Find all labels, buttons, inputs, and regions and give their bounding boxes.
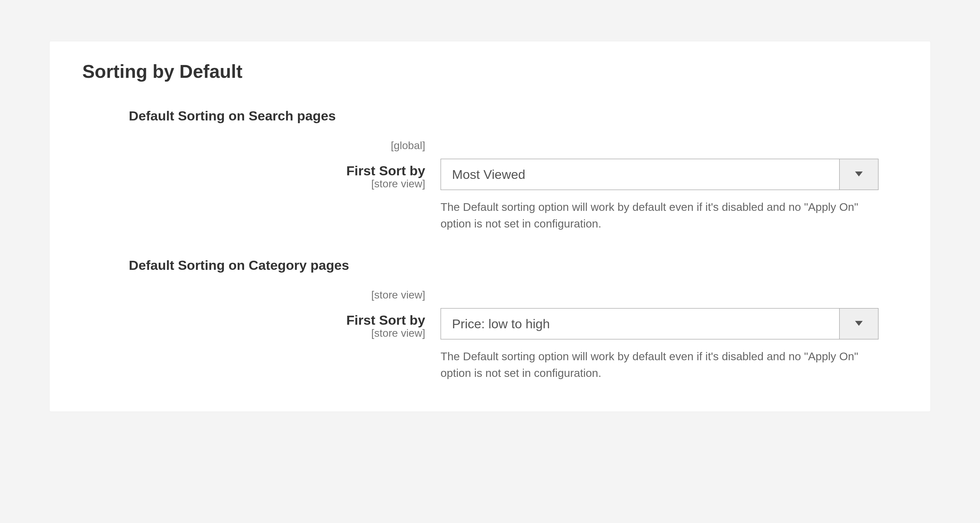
field-help-category-first-sort: The Default sorting option will work by … — [441, 348, 878, 381]
select-toggle-category-first-sort[interactable] — [839, 309, 878, 339]
select-value-search-first-sort: Most Viewed — [441, 159, 839, 190]
field-row-search-first-sort: First Sort by [store view] Most Viewed — [82, 158, 878, 232]
field-row-category-first-sort: First Sort by [store view] Price: low to… — [82, 308, 878, 381]
select-toggle-search-first-sort[interactable] — [839, 159, 878, 190]
group-heading-search: Default Sorting on Search pages — [82, 107, 878, 125]
group-gap — [82, 232, 878, 257]
group-scope-search: [global] — [82, 139, 425, 152]
field-control-col: Price: low to high The Default sorting o… — [441, 308, 878, 381]
chevron-down-icon — [855, 321, 863, 327]
svg-marker-1 — [855, 321, 863, 326]
group-search: Default Sorting on Search pages [global]… — [82, 107, 878, 232]
field-control-col: Most Viewed The Default sorting option w… — [441, 158, 878, 232]
group-scope-category: [store view] — [82, 289, 425, 301]
select-value-category-first-sort: Price: low to high — [441, 309, 839, 339]
page-root: Sorting by Default Default Sorting on Se… — [0, 0, 980, 523]
field-label-category-first-sort: First Sort by — [346, 313, 425, 328]
select-category-first-sort[interactable]: Price: low to high — [441, 308, 878, 339]
field-label-col: First Sort by [store view] — [82, 308, 425, 339]
chevron-down-icon — [855, 171, 863, 178]
field-help-search-first-sort: The Default sorting option will work by … — [441, 199, 878, 232]
group-heading-category: Default Sorting on Category pages — [82, 257, 878, 274]
section-title: Sorting by Default — [82, 60, 878, 83]
svg-marker-0 — [855, 171, 863, 176]
field-label-search-first-sort: First Sort by — [346, 163, 425, 178]
select-search-first-sort[interactable]: Most Viewed — [441, 158, 878, 190]
settings-panel: Sorting by Default Default Sorting on Se… — [49, 41, 931, 412]
field-scope-category-first-sort: [store view] — [82, 327, 425, 339]
field-scope-search-first-sort: [store view] — [82, 178, 425, 190]
group-category: Default Sorting on Category pages [store… — [82, 257, 878, 382]
field-label-col: First Sort by [store view] — [82, 158, 425, 190]
